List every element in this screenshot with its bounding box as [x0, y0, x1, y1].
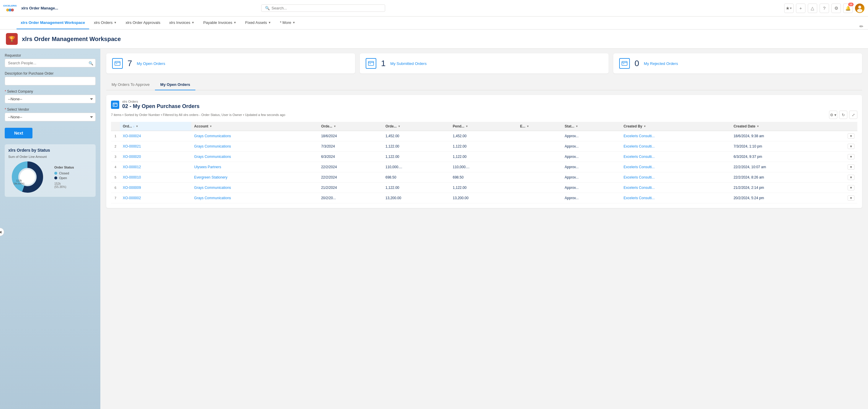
th-order-num-filter-icon[interactable]: ▼ — [136, 125, 138, 128]
created-by-link[interactable]: Exceleris Consulti... — [624, 196, 655, 200]
order-num-link[interactable]: XO-000021 — [123, 144, 141, 149]
tab-my-open-orders[interactable]: My Open Orders — [155, 80, 195, 90]
legend-dot-open — [54, 177, 57, 180]
account-link[interactable]: Grays Communications — [194, 186, 231, 190]
tab-orders[interactable]: xlrs Orders ▼ — [90, 16, 121, 29]
row-number: 6 — [111, 183, 120, 193]
help-button[interactable]: ? — [819, 4, 829, 13]
card-submitted-link[interactable]: My Submitted Orders — [391, 61, 427, 66]
row-action-button[interactable]: ▼ — [848, 154, 855, 159]
th-pending[interactable]: Pend... ▼ — [450, 122, 517, 131]
th-created-by-sort[interactable]: Created By ▼ — [624, 124, 728, 128]
row-action-button[interactable]: ▼ — [848, 144, 855, 149]
tab-more[interactable]: * More ▼ — [276, 16, 299, 29]
order-num-link[interactable]: XO-000002 — [123, 196, 141, 200]
th-e-filter-icon[interactable]: ▼ — [527, 125, 529, 128]
created-by-link[interactable]: Exceleris Consulti... — [624, 165, 655, 169]
card-rejected-orders[interactable]: 0 My Rejected Orders — [613, 54, 862, 73]
account-link[interactable]: Grays Communications — [194, 196, 231, 200]
row-action-button[interactable]: ▼ — [848, 185, 855, 190]
edit-tabs-button[interactable]: ✏ — [855, 24, 868, 29]
card-open-link[interactable]: My Open Orders — [137, 61, 165, 66]
card-open-orders[interactable]: 7 My Open Orders — [106, 54, 355, 73]
requestor-label: Requestor — [5, 54, 96, 58]
th-order-date-sort[interactable]: Orde... ▼ — [321, 124, 379, 128]
tab-assets[interactable]: Fixed Assets ▼ — [241, 16, 275, 29]
th-created-date-sort[interactable]: Created Date ▼ — [734, 124, 842, 128]
card-submitted-orders[interactable]: 1 My Submitted Orders — [360, 54, 609, 73]
created-by-link[interactable]: Exceleris Consulti... — [624, 144, 655, 149]
created-by-link[interactable]: Exceleris Consulti... — [624, 155, 655, 159]
table-row: 1 XO-000024 Grays Communications 18/6/20… — [111, 131, 857, 141]
th-order-num-sort[interactable]: Ord... ↓ ▼ — [123, 124, 188, 128]
orders-icon-label: xlrs Orders — [122, 100, 199, 103]
row-action-button[interactable]: ▼ — [848, 175, 855, 180]
tab-invoices[interactable]: xlrs Invoices ▼ — [165, 16, 198, 29]
tab-workspace[interactable]: xlrs Order Management Workspace — [17, 16, 89, 29]
card-submitted-icon — [366, 58, 376, 69]
th-created-date-filter-icon[interactable]: ▼ — [756, 125, 759, 128]
requestor-input[interactable] — [5, 59, 96, 67]
th-order-amount-sort[interactable]: Orde... ▼ — [385, 124, 447, 128]
cell-pending: 110,000.... — [450, 162, 517, 172]
sidebar-toggle-button[interactable]: ◀ — [0, 228, 4, 236]
search-input[interactable] — [272, 6, 381, 10]
th-pending-filter-icon[interactable]: ▼ — [465, 125, 468, 128]
th-account[interactable]: Account ▼ — [191, 122, 318, 131]
refresh-button[interactable]: ↻ — [839, 111, 847, 119]
order-num-link[interactable]: XO-000010 — [123, 175, 141, 180]
th-pending-sort[interactable]: Pend... ▼ — [453, 124, 514, 128]
account-link[interactable]: Evergreen Stationery — [194, 175, 227, 180]
notifications-button[interactable]: 🔔 10 — [843, 4, 852, 13]
th-created-by[interactable]: Created By ▼ — [621, 122, 731, 131]
svg-rect-16 — [622, 61, 627, 65]
th-status-filter-icon[interactable]: ▼ — [576, 125, 578, 128]
tab-orders-to-approve[interactable]: My Orders To Approve — [106, 80, 155, 90]
created-by-link[interactable]: Exceleris Consulti... — [624, 175, 655, 180]
th-order-amount-filter-icon[interactable]: ▼ — [398, 125, 401, 128]
order-num-link[interactable]: XO-000009 — [123, 186, 141, 190]
th-status[interactable]: Stat... ▼ — [562, 122, 621, 131]
created-by-link[interactable]: Exceleris Consulti... — [624, 134, 655, 138]
th-e[interactable]: E... ▼ — [517, 122, 562, 131]
orders-panel-icon — [111, 101, 119, 109]
order-num-link[interactable]: XO-000012 — [123, 165, 141, 169]
card-rejected-link[interactable]: My Rejected Orders — [644, 61, 678, 66]
created-by-link[interactable]: Exceleris Consulti... — [624, 186, 655, 190]
th-order-num[interactable]: Ord... ↓ ▼ — [120, 122, 191, 131]
account-link[interactable]: Ulysees Partners — [194, 165, 221, 169]
account-link[interactable]: Grays Communications — [194, 134, 231, 138]
expand-button[interactable]: ⤢ — [849, 111, 857, 119]
user-avatar[interactable] — [855, 4, 864, 13]
th-account-sort[interactable]: Account ▼ — [194, 124, 315, 128]
row-action-button[interactable]: ▼ — [848, 195, 855, 201]
th-order-amount[interactable]: Orde... ▼ — [382, 122, 450, 131]
setup-quick-button[interactable]: + — [796, 4, 805, 13]
global-search-bar[interactable]: 🔍 — [261, 4, 385, 12]
tab-approvals[interactable]: xlrs Order Approvals — [121, 16, 164, 29]
th-account-filter-icon[interactable]: ▼ — [210, 125, 212, 128]
tab-payable[interactable]: Payable Invoices ▼ — [199, 16, 241, 29]
th-created-date[interactable]: Created Date ▼ — [731, 122, 845, 131]
tab-more-chevron: ▼ — [292, 21, 296, 24]
th-order-date[interactable]: Orde... ▼ — [318, 122, 382, 131]
th-order-date-filter-icon[interactable]: ▼ — [334, 125, 336, 128]
th-e-sort[interactable]: E... ▼ — [520, 124, 559, 128]
description-input[interactable] — [5, 77, 96, 85]
th-created-by-filter-icon[interactable]: ▼ — [643, 125, 646, 128]
settings-icon-button[interactable]: ⚙ ▾ — [829, 111, 837, 119]
row-action-button[interactable]: ▼ — [848, 133, 855, 139]
setup-button[interactable]: ⚙ — [831, 4, 841, 13]
account-link[interactable]: Grays Communications — [194, 144, 231, 149]
vendor-select[interactable]: --None-- — [5, 113, 96, 121]
next-button[interactable]: Next — [5, 128, 32, 138]
favorites-button[interactable]: ★ ▼ — [784, 4, 794, 13]
account-link[interactable]: Grays Communications — [194, 155, 231, 159]
row-action-button[interactable]: ▼ — [848, 164, 855, 170]
th-status-sort[interactable]: Stat... ▼ — [565, 124, 618, 128]
order-num-link[interactable]: XO-000020 — [123, 155, 141, 159]
waffle-button[interactable]: △ — [808, 4, 817, 13]
app-logo[interactable]: EXCELERIS — [4, 2, 17, 15]
company-select[interactable]: --None-- — [5, 95, 96, 103]
order-num-link[interactable]: XO-000024 — [123, 134, 141, 138]
